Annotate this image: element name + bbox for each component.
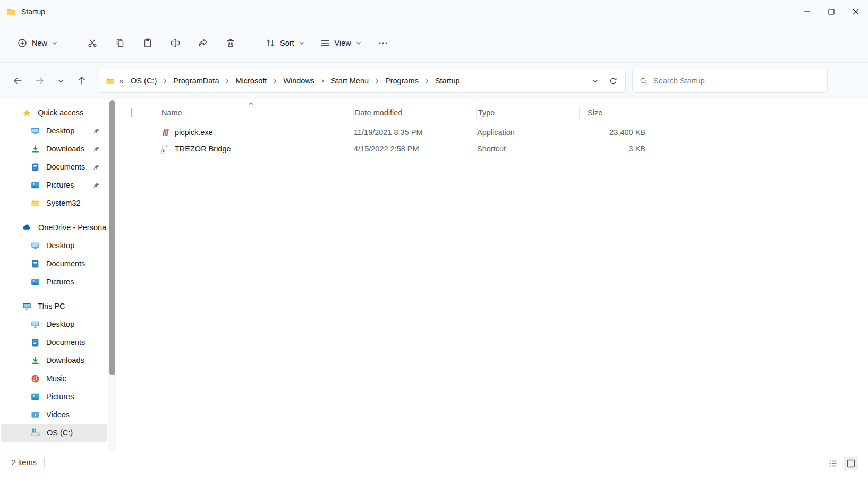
new-button[interactable]: New (11, 33, 64, 53)
breadcrumb-startup[interactable]: Startup (431, 73, 464, 88)
folder-icon (6, 7, 16, 16)
trash-icon (225, 38, 236, 48)
sidebar-item-label: Quick access (38, 108, 107, 117)
file-explorer-window: Startup New Sort View (0, 0, 868, 489)
navigation-bar: « OS (C:) ProgramData Microsoft Windows … (0, 63, 868, 99)
column-header-date-modified[interactable]: Date modified (354, 107, 477, 119)
chevron-right-icon (319, 78, 327, 84)
sidebar-section-gap (0, 291, 108, 297)
sidebar-item-documents-onedrive[interactable]: Documents (1, 255, 107, 273)
chevron-down-icon (52, 40, 58, 46)
status-divider (44, 458, 45, 467)
sidebar-item-label: Videos (46, 410, 107, 419)
forward-button[interactable] (29, 70, 50, 91)
share-button[interactable] (190, 32, 216, 54)
sidebar-item-label: System32 (46, 199, 107, 207)
sidebar-item-label: Documents (46, 338, 107, 347)
more-options-button[interactable] (370, 32, 396, 54)
file-row[interactable]: picpick.exe 11/19/2021 8:35 PM Applicati… (130, 124, 868, 140)
large-icons-view-button[interactable] (844, 457, 858, 470)
clipboard-icon (142, 38, 153, 48)
downloads-icon (31, 356, 40, 365)
file-type: Shortcut (477, 145, 580, 153)
sidebar-item-desktop-pc[interactable]: Desktop (1, 315, 107, 333)
breadcrumb-windows[interactable]: Windows (279, 73, 319, 88)
sidebar-item-documents-quick[interactable]: Documents (1, 158, 107, 176)
sort-button-label: Sort (280, 39, 294, 47)
recent-locations-button[interactable] (50, 70, 71, 91)
sort-button[interactable]: Sort (259, 33, 311, 53)
share-icon (198, 38, 208, 48)
sidebar-item-downloads-pc[interactable]: Downloads (1, 351, 107, 369)
item-count: 2 items (12, 457, 37, 467)
view-button[interactable]: View (313, 33, 368, 53)
search-icon (639, 77, 648, 86)
sidebar-item-label: Desktop (46, 241, 107, 250)
sidebar-item-quick-access[interactable]: Quick access (1, 104, 107, 122)
sort-icon (265, 38, 276, 48)
pin-icon (93, 146, 100, 153)
select-all-checkbox[interactable] (131, 108, 132, 117)
sidebar-item-os-c[interactable]: OS (C:) (1, 424, 107, 442)
breadcrumb-microsoft[interactable]: Microsoft (231, 73, 271, 88)
sidebar-item-this-pc[interactable]: This PC (1, 297, 107, 315)
ellipsis-icon (378, 38, 388, 48)
sidebar-item-videos[interactable]: Videos (1, 406, 107, 424)
desktop-icon (31, 320, 40, 329)
sidebar-item-onedrive[interactable]: OneDrive - Personal (1, 218, 107, 237)
folder-icon (106, 77, 115, 86)
downloads-icon (31, 145, 40, 154)
column-header-name[interactable]: Name (149, 107, 354, 119)
documents-icon (31, 163, 40, 172)
rename-button[interactable] (163, 32, 188, 54)
rename-icon (170, 38, 181, 48)
breadcrumb-programs[interactable]: Programs (381, 73, 423, 88)
cut-button[interactable] (80, 32, 105, 54)
column-header-type[interactable]: Type (477, 107, 580, 119)
sidebar-item-downloads-quick[interactable]: Downloads (1, 140, 107, 158)
sidebar-item-desktop-quick[interactable]: Desktop (1, 122, 107, 140)
search-input[interactable] (653, 77, 821, 85)
sidebar-item-label: Documents (46, 259, 107, 268)
sidebar-item-pictures-pc[interactable]: Pictures (1, 387, 107, 406)
pictures-icon (31, 181, 40, 190)
sidebar-item-pictures-quick[interactable]: Pictures (1, 176, 107, 194)
breadcrumb-programdata[interactable]: ProgramData (169, 73, 223, 88)
sidebar-item-system32[interactable]: System32 (1, 194, 107, 212)
refresh-button[interactable] (604, 72, 622, 90)
breadcrumb-start-menu[interactable]: Start Menu (327, 73, 373, 88)
breadcrumb-os-c[interactable]: OS (C:) (126, 73, 161, 88)
view-toggles (826, 457, 858, 470)
scrollbar-thumb[interactable] (109, 100, 115, 375)
new-button-label: New (32, 39, 47, 47)
sidebar-item-label: Documents (46, 163, 87, 171)
sidebar-item-desktop-onedrive[interactable]: Desktop (1, 237, 107, 255)
sidebar-item-music[interactable]: Music (1, 369, 107, 387)
back-button[interactable] (7, 70, 29, 91)
delete-button[interactable] (218, 32, 243, 54)
plus-circle-icon (17, 38, 28, 48)
file-row[interactable]: TREZOR Bridge 4/15/2022 2:58 PM Shortcut… (130, 140, 868, 157)
breadcrumb-collapsed-indicator[interactable]: « (115, 77, 126, 85)
sidebar-item-label: Downloads (46, 145, 87, 153)
chevron-right-icon (423, 78, 431, 84)
paste-button[interactable] (135, 32, 160, 54)
sidebar-item-label: OneDrive - Personal (38, 223, 107, 232)
file-size: 23,400 KB (580, 128, 651, 137)
column-header-size[interactable]: Size (580, 107, 651, 119)
details-view-button[interactable] (826, 457, 840, 470)
copy-button[interactable] (107, 32, 133, 54)
file-name: TREZOR Bridge (175, 145, 231, 153)
minimize-button[interactable] (795, 0, 819, 23)
sidebar-item-pictures-onedrive[interactable]: Pictures (1, 273, 107, 291)
sidebar-scrollbar[interactable] (108, 99, 116, 452)
address-dropdown-button[interactable] (586, 72, 604, 90)
close-button[interactable] (844, 0, 868, 23)
toolbar-divider (251, 36, 251, 50)
sidebar-item-label: Pictures (46, 392, 107, 401)
address-bar[interactable]: « OS (C:) ProgramData Microsoft Windows … (99, 69, 626, 93)
maximize-button[interactable] (819, 0, 844, 23)
toolbar-divider (72, 36, 72, 50)
sidebar-item-documents-pc[interactable]: Documents (1, 333, 107, 351)
up-button[interactable] (71, 70, 92, 91)
